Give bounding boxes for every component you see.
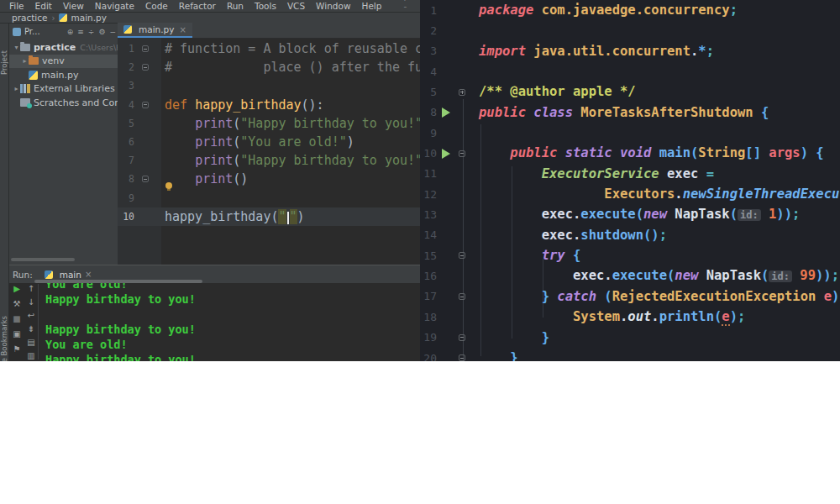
code-text[interactable]: public static void main(String[] args) { <box>479 143 824 163</box>
code-text[interactable]: } catch (RejectedExecutionException e) { <box>479 286 840 307</box>
fold-marker-icon[interactable] <box>134 45 156 52</box>
chevron-icon[interactable]: ▸ <box>13 85 20 92</box>
scroll-to-end-button[interactable]: ⇟ <box>28 324 34 333</box>
run-tab-close-icon[interactable]: × <box>85 270 92 279</box>
menu-item-view[interactable]: View <box>63 1 84 11</box>
code-text[interactable]: try { <box>479 245 580 265</box>
code-token: /** @author apple */ <box>479 84 636 99</box>
menu-item-run[interactable]: Run <box>227 1 244 11</box>
project-horizontal-scrollbar[interactable] <box>11 258 75 261</box>
tool-stripe-bookmarks[interactable]: Bookmarks <box>0 316 8 356</box>
menu-item-window[interactable]: Window <box>316 1 350 11</box>
fold-marker-icon[interactable] <box>134 64 156 71</box>
menu-item-navigate[interactable]: Navigate <box>95 1 134 11</box>
code-token: ; <box>832 268 839 283</box>
up-stacktrace-button[interactable]: ↑ <box>28 284 34 293</box>
fold-marker-icon[interactable] <box>455 252 469 259</box>
java-editor[interactable]: 1package com.javaedge.concurrency;23impo… <box>420 0 840 361</box>
run-tab-main[interactable]: main × <box>45 270 92 280</box>
breadcrumb-file[interactable]: main.py <box>71 13 106 23</box>
code-text[interactable]: public class MoreTasksAfterShutdown { <box>479 102 769 123</box>
code-text[interactable]: exec.execute(new NapTask(id: 99)); <box>479 265 839 286</box>
fold-marker-icon[interactable] <box>455 354 469 361</box>
menu-item-file[interactable]: File <box>9 1 24 11</box>
tab-close-icon[interactable]: × <box>179 25 186 34</box>
tree-item-venv[interactable]: ▸venv <box>9 55 118 69</box>
code-text[interactable]: happy_birthday("") <box>165 207 305 226</box>
fold-minus-icon[interactable] <box>459 354 465 361</box>
settings-gear-icon[interactable]: ⚙ <box>98 28 105 36</box>
fold-marker-icon[interactable] <box>455 293 469 300</box>
menu-item-refactor[interactable]: Refactor <box>179 1 216 11</box>
fold-minus-icon[interactable] <box>142 102 149 108</box>
code-text[interactable]: package com.javaedge.concurrency; <box>479 0 738 20</box>
menu-item-vcs[interactable]: VCS <box>287 1 305 11</box>
tool-stripe-project[interactable]: Project <box>0 50 8 75</box>
code-text[interactable]: System.out.println(e); <box>479 307 745 327</box>
code-text[interactable]: exec.shutdown(); <box>479 225 667 245</box>
tree-item-practice[interactable]: ▾practiceC:\Users\HP\Pych <box>9 40 118 55</box>
locate-file-icon[interactable]: ⊕ <box>67 28 74 36</box>
code-text[interactable]: print() <box>165 170 248 188</box>
run-gutter-play-button[interactable] <box>437 108 455 118</box>
code-text[interactable]: # function = A block of reusable code <box>165 39 420 58</box>
code-text[interactable]: ExecutorService exec = <box>479 164 714 184</box>
fold-marker-icon[interactable] <box>455 150 469 157</box>
tab-main-py[interactable]: main.py × <box>118 23 192 38</box>
collapse-all-icon[interactable]: ≡ <box>77 28 84 36</box>
fold-minus-icon[interactable] <box>459 252 465 259</box>
intention-bulb-icon[interactable] <box>165 182 172 189</box>
code-text[interactable]: /** @author apple */ <box>479 81 636 102</box>
run-console-output[interactable]: You are old!Happy birthday to you! Happy… <box>45 282 420 361</box>
console-horizontal-scrollbar[interactable] <box>34 280 202 283</box>
pin-tab-button[interactable]: ⚑ <box>13 344 21 354</box>
code-text[interactable]: import java.util.concurrent.*; <box>479 41 714 61</box>
code-text[interactable]: # place () after the function <box>165 58 420 76</box>
code-text[interactable]: } <box>479 348 518 361</box>
run-gutter-play-button[interactable] <box>437 149 455 159</box>
menu-item-edit[interactable]: Edit <box>35 1 52 11</box>
tree-item-external-libraries[interactable]: ▸External Libraries <box>9 82 118 97</box>
menu-item-tools[interactable]: Tools <box>255 1 276 11</box>
down-stacktrace-button[interactable]: ↓ <box>28 297 34 307</box>
play-triangle-icon <box>442 149 450 159</box>
menu-item-help[interactable]: Help <box>362 1 382 11</box>
code-text[interactable]: print("Happy birthday to you!") <box>165 151 420 170</box>
breadcrumb-project[interactable]: practice <box>12 13 47 23</box>
rerun-button[interactable]: ▶ <box>13 284 20 293</box>
fold-minus-icon[interactable] <box>459 293 465 300</box>
code-text[interactable]: Executors.newSingleThreadExecutor(); <box>479 184 840 204</box>
tree-item-main-py[interactable]: main.py <box>9 68 118 82</box>
clear-console-button[interactable]: ▥ <box>27 351 34 360</box>
print-button[interactable]: ▤ <box>27 338 34 347</box>
chevron-icon[interactable]: ▸ <box>21 57 29 65</box>
code-text[interactable]: exec.execute(new NapTask(id: 1)); <box>479 204 800 225</box>
expand-icon[interactable]: ÷ <box>88 28 95 36</box>
code-text[interactable]: print("You are old!") <box>165 133 354 151</box>
line-number: 8 <box>420 106 437 118</box>
code-text[interactable]: print("Happy birthday to you!") <box>165 114 420 133</box>
run-settings-button[interactable]: ⚒ <box>13 299 21 308</box>
hide-panel-icon[interactable]: − <box>109 28 116 36</box>
fold-minus-icon[interactable] <box>142 45 149 52</box>
fold-minus-icon[interactable] <box>459 150 465 157</box>
fold-marker-icon[interactable] <box>134 102 156 108</box>
fold-minus-icon[interactable] <box>142 176 149 182</box>
stop-button[interactable]: ■ <box>13 314 20 323</box>
restore-layout-button[interactable]: ▣ <box>13 329 20 339</box>
chevron-icon[interactable]: ▾ <box>13 44 20 51</box>
code-token: "Happy birthday to you!" <box>240 153 420 168</box>
fold-minus-icon[interactable] <box>142 64 149 71</box>
python-editor[interactable]: 1# function = A block of reusable code2#… <box>118 38 420 265</box>
fold-marker-icon[interactable] <box>134 176 156 182</box>
fold-marker-icon[interactable] <box>455 334 469 341</box>
tree-item-scratches-and-consoles[interactable]: Scratches and Consoles <box>9 96 118 110</box>
fold-marker-icon[interactable] <box>455 89 469 96</box>
code-line-11: 11 ExecutorService exec = <box>420 164 840 184</box>
menu-item-code[interactable]: Code <box>145 1 168 11</box>
fold-minus-icon[interactable] <box>459 334 465 341</box>
code-text[interactable]: } <box>479 328 549 348</box>
code-text[interactable]: def happy_birthday(): <box>165 96 324 114</box>
soft-wrap-button[interactable]: ↩ <box>28 311 34 320</box>
fold-plus-icon[interactable] <box>459 89 465 96</box>
